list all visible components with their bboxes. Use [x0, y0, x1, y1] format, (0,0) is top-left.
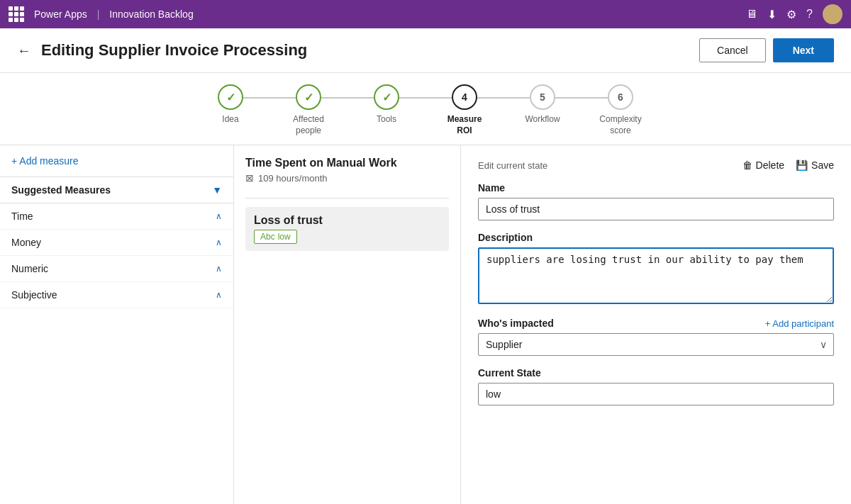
- topbar-right-icons: 🖥 ⬇ ⚙ ?: [746, 4, 842, 24]
- settings-icon[interactable]: ⚙: [786, 8, 796, 21]
- step-circle-5: 5: [530, 84, 555, 110]
- sidebar-category-time[interactable]: Time ∧: [0, 203, 233, 230]
- step-label-6: Complexityscore: [599, 114, 641, 136]
- monitor-icon[interactable]: 🖥: [746, 8, 757, 21]
- description-field-group: Description suppliers are losing trust i…: [478, 232, 834, 306]
- page-title: Editing Supplier Invoice Processing: [41, 41, 307, 60]
- svg-point-0: [828, 7, 837, 16]
- who-impacted-select-wrapper: Supplier Internal Team Management Custom…: [478, 333, 834, 356]
- category-money-label: Money: [11, 237, 41, 248]
- measure-title-2: Loss of trust: [254, 214, 440, 227]
- badge-value: low: [278, 232, 291, 242]
- next-button[interactable]: Next: [773, 38, 834, 62]
- filter-icon[interactable]: ▼: [212, 184, 222, 196]
- category-numeric-label: Numeric: [11, 263, 48, 274]
- chevron-up-time: ∧: [216, 211, 222, 221]
- who-impacted-row: Who's impacted + Add participant: [478, 318, 834, 329]
- trash-icon: 🗑: [742, 159, 752, 171]
- step-circle-4: 4: [452, 84, 477, 110]
- main-layout: + Add measure Suggested Measures ▼ Time …: [0, 145, 851, 504]
- chevron-up-subjective: ∧: [216, 290, 222, 300]
- name-field-group: Name: [478, 182, 834, 220]
- stepper: ✓ Idea ✓ Affectedpeople ✓ Tools 4 Measur…: [0, 73, 851, 145]
- step-label-1: Idea: [222, 114, 238, 125]
- current-state-label: Current State: [478, 367, 834, 379]
- category-subjective-label: Subjective: [11, 289, 57, 301]
- help-icon[interactable]: ?: [806, 8, 813, 21]
- step-label-5: Workflow: [525, 114, 560, 125]
- current-state-input[interactable]: [478, 383, 834, 405]
- avatar[interactable]: [823, 4, 842, 24]
- chevron-up-numeric: ∧: [216, 264, 222, 274]
- save-icon: 💾: [796, 159, 808, 171]
- app-name: Power Apps: [34, 9, 87, 20]
- download-icon[interactable]: ⬇: [767, 8, 777, 21]
- page-header-left: ← Editing Supplier Invoice Processing: [17, 41, 307, 60]
- measure-item-loss-of-trust[interactable]: Loss of trust Abc low: [245, 207, 449, 251]
- who-impacted-group: Who's impacted + Add participant Supplie…: [478, 318, 834, 356]
- who-impacted-label: Who's impacted: [478, 318, 554, 329]
- name-label: Name: [478, 182, 834, 194]
- page-header-right: Cancel Next: [699, 38, 834, 62]
- sidebar-category-subjective[interactable]: Subjective ∧: [0, 282, 233, 308]
- add-measure-button[interactable]: + Add measure: [0, 145, 233, 177]
- step-circle-6: 6: [608, 84, 633, 110]
- category-time-label: Time: [11, 211, 33, 222]
- right-panel: Edit current state 🗑 Delete 💾 Save Name …: [461, 145, 851, 504]
- step-tools: ✓ Tools: [347, 84, 425, 125]
- step-idea: ✓ Idea: [191, 84, 269, 125]
- description-textarea[interactable]: suppliers are losing trust in our abilit…: [478, 247, 834, 304]
- step-complexity-score: 6 Complexityscore: [582, 84, 660, 136]
- page-header: ← Editing Supplier Invoice Processing Ca…: [0, 28, 851, 73]
- measure-badge: Abc low: [254, 230, 297, 244]
- suggested-measures-label: Suggested Measures: [11, 184, 111, 196]
- suggested-measures-header: Suggested Measures ▼: [0, 177, 233, 203]
- measure-divider: [245, 198, 449, 198]
- measure-value-1: 109 hours/month: [258, 173, 328, 184]
- measure-item-time-spent[interactable]: Time Spent on Manual Work ⊠ 109 hours/mo…: [245, 157, 449, 184]
- grid-icon[interactable]: [9, 6, 24, 22]
- edit-actions: 🗑 Delete 💾 Save: [742, 159, 834, 171]
- step-circle-1: ✓: [218, 84, 243, 110]
- add-participant-link[interactable]: + Add participant: [765, 318, 834, 329]
- step-label-3: Tools: [377, 114, 396, 125]
- edit-state-label: Edit current state: [478, 160, 547, 171]
- description-label: Description: [478, 232, 834, 243]
- sidebar-category-money[interactable]: Money ∧: [0, 230, 233, 256]
- name-input[interactable]: [478, 198, 834, 220]
- step-workflow: 5 Workflow: [504, 84, 582, 125]
- back-arrow[interactable]: ←: [17, 43, 31, 59]
- measure-title-1: Time Spent on Manual Work: [245, 157, 449, 169]
- edit-panel-header: Edit current state 🗑 Delete 💾 Save: [478, 159, 834, 171]
- sidebar-category-numeric[interactable]: Numeric ∧: [0, 256, 233, 282]
- time-icon: ⊠: [245, 172, 254, 184]
- step-label-2: Affectedpeople: [293, 114, 324, 136]
- step-measure-roi: 4 MeasureROI: [425, 84, 504, 136]
- svg-point-1: [825, 18, 840, 24]
- step-affected-people: ✓ Affectedpeople: [269, 84, 347, 136]
- delete-button[interactable]: 🗑 Delete: [742, 159, 784, 171]
- chevron-up-money: ∧: [216, 237, 222, 247]
- sidebar: + Add measure Suggested Measures ▼ Time …: [0, 145, 234, 504]
- measure-subtitle-1: ⊠ 109 hours/month: [245, 172, 449, 184]
- step-circle-3: ✓: [374, 84, 399, 110]
- badge-label: Abc: [260, 232, 275, 242]
- topbar-section: Innovation Backlog: [109, 9, 193, 20]
- current-state-group: Current State: [478, 367, 834, 405]
- topbar: Power Apps | Innovation Backlog 🖥 ⬇ ⚙ ?: [0, 0, 851, 28]
- step-label-4: MeasureROI: [447, 114, 482, 136]
- middle-panel: Time Spent on Manual Work ⊠ 109 hours/mo…: [234, 145, 461, 504]
- topbar-separator: |: [97, 9, 100, 20]
- step-circle-2: ✓: [296, 84, 321, 110]
- who-impacted-select[interactable]: Supplier Internal Team Management Custom…: [478, 333, 834, 356]
- save-button[interactable]: 💾 Save: [796, 159, 834, 171]
- cancel-button[interactable]: Cancel: [699, 38, 766, 62]
